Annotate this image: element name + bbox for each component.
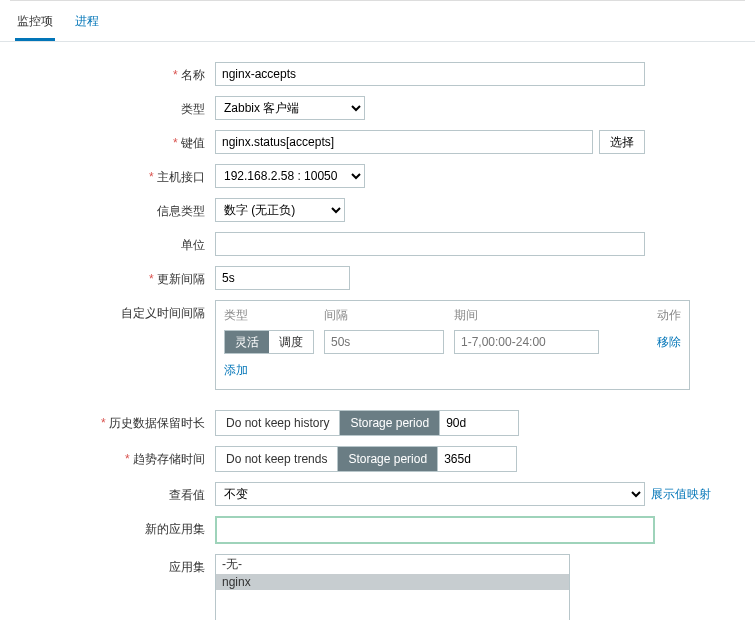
history-nokeep[interactable]: Do not keep history [215,410,340,436]
tab-process[interactable]: 进程 [73,9,101,41]
label-iface: 主机接口 [20,164,215,186]
custom-interval-box: 类型 间隔 期间 动作 灵活 调度 移除 添加 [215,300,690,390]
label-app: 应用集 [20,554,215,576]
new-app-input[interactable] [219,520,651,540]
label-trend: 趋势存储时间 [20,446,215,468]
infotype-select[interactable]: 数字 (无正负) [215,198,345,222]
app-listbox: -无- nginx [215,554,570,620]
label-type: 类型 [20,96,215,118]
interval-type-toggle: 灵活 调度 [224,330,314,354]
label-show: 查看值 [20,482,215,504]
history-value[interactable] [439,410,519,436]
label-update: 更新间隔 [20,266,215,288]
app-item-nginx[interactable]: nginx [216,574,569,590]
seg-flexible[interactable]: 灵活 [225,331,269,353]
label-newapp: 新的应用集 [20,516,215,538]
label-custom: 自定义时间间隔 [20,300,215,322]
update-input[interactable] [215,266,350,290]
seg-scheduling[interactable]: 调度 [269,331,313,353]
type-select[interactable]: Zabbix 客户端 [215,96,365,120]
trend-nokeep[interactable]: Do not keep trends [215,446,338,472]
trend-storage[interactable]: Storage period [337,446,438,472]
interval-input[interactable] [324,330,444,354]
app-item-none[interactable]: -无- [216,555,569,574]
col-interval: 间隔 [324,307,454,324]
remove-link[interactable]: 移除 [657,334,681,351]
new-app-wrap [215,516,655,544]
key-input[interactable] [215,130,593,154]
select-button[interactable]: 选择 [599,130,645,154]
trend-value[interactable] [437,446,517,472]
label-history: 历史数据保留时长 [20,410,215,432]
value-map-link[interactable]: 展示值映射 [651,486,711,503]
label-key: 键值 [20,130,215,152]
iface-select[interactable]: 192.168.2.58 : 10050 [215,164,365,188]
add-link[interactable]: 添加 [224,363,248,377]
tab-monitor[interactable]: 监控项 [15,9,55,41]
period-input[interactable] [454,330,599,354]
label-infotype: 信息类型 [20,198,215,220]
tabs: 监控项 进程 [0,1,755,42]
col-action: 动作 [614,307,681,324]
history-storage[interactable]: Storage period [339,410,440,436]
show-select[interactable]: 不变 [215,482,645,506]
col-period: 期间 [454,307,614,324]
name-input[interactable] [215,62,645,86]
col-type: 类型 [224,307,324,324]
unit-input[interactable] [215,232,645,256]
label-unit: 单位 [20,232,215,254]
label-name: 名称 [20,62,215,84]
